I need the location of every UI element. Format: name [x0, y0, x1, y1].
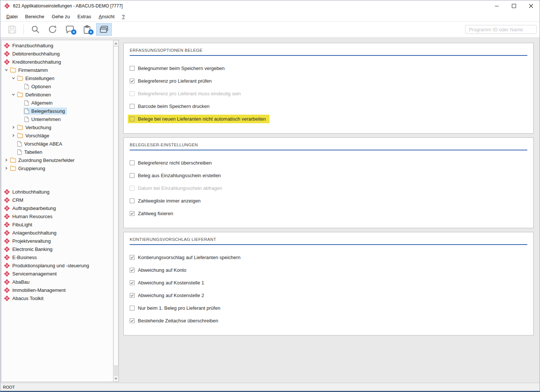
module-diamond-icon	[4, 271, 10, 277]
tree-item-belegerfassung[interactable]: Belegerfassung	[1, 107, 113, 115]
checkbox[interactable]	[130, 306, 135, 310]
add-clipboard-button[interactable]	[79, 23, 95, 36]
tree-item-optionen[interactable]: Optionen	[1, 82, 113, 90]
tree-item-auftragsbearbeitung[interactable]: Auftragsbearbeitung	[1, 204, 113, 212]
chevron-right-icon[interactable]	[10, 133, 16, 138]
module-diamond-icon	[4, 246, 10, 252]
checkbox[interactable]	[130, 211, 135, 216]
scrollbar-track[interactable]	[113, 46, 119, 376]
tree-item-definitionen[interactable]: Definitionen	[1, 90, 113, 99]
tree-item-produktionsplanung-und-steuerung[interactable]: Produktionsplanung und -steuerung	[1, 261, 113, 270]
save-button[interactable]	[4, 23, 20, 36]
chevron-right-icon[interactable]	[10, 124, 16, 130]
minimize-button[interactable]	[488, 0, 505, 12]
menu-item-extras[interactable]: Extras	[74, 12, 95, 21]
chevron-down-icon[interactable]	[10, 92, 16, 98]
tree-item-einstellungen[interactable]: Einstellungen	[1, 74, 113, 82]
checkbox[interactable]	[130, 91, 135, 96]
option-row-belegnummer-beim-speichern-vergeben[interactable]: Belegnummer beim Speichern vergeben	[128, 64, 228, 73]
checkbox[interactable]	[130, 280, 135, 285]
triangle-down-icon	[114, 378, 117, 380]
checkbox[interactable]	[130, 255, 135, 260]
navigation-tree-panel: FinanzbuchhaltungDebitorenbuchhaltungKre…	[1, 40, 119, 382]
search-button[interactable]	[28, 23, 43, 36]
tree-item-finanzbuchhaltung[interactable]: Finanzbuchhaltung	[1, 41, 113, 50]
close-button[interactable]	[522, 0, 540, 12]
menu-item-help[interactable]: ?	[118, 12, 128, 21]
checkbox[interactable]	[130, 318, 135, 323]
tree-item-anlagenbuchhaltung[interactable]: Anlagenbuchhaltung	[1, 229, 113, 237]
tree-scrollbar[interactable]	[113, 40, 119, 382]
tree-item-zuordnung-benutzerfelder[interactable]: Zuordnung Benutzerfelder	[1, 156, 113, 164]
tree-item-allgemein[interactable]: Allgemein	[1, 99, 113, 107]
checkbox[interactable]	[130, 173, 135, 178]
checkbox[interactable]	[130, 198, 135, 203]
scrollbar-thumb[interactable]	[113, 46, 119, 366]
tree-item-content: Tabellen	[16, 149, 44, 156]
option-row-beleg-aus-einzahlungsschein-erstellen[interactable]: Beleg aus Einzahlungsschein erstellen	[128, 171, 225, 180]
option-row-zahlweg-fixieren[interactable]: Zahlweg fixieren	[128, 209, 177, 218]
checkbox[interactable]	[130, 104, 135, 109]
menu-item-gehe-zu[interactable]: Gehe zu	[48, 12, 74, 21]
checkbox[interactable]	[130, 186, 135, 191]
option-row-belegreferenz-pro-lieferant-muss-eindeutig-sein[interactable]: Belegreferenz pro Lieferant muss eindeut…	[128, 89, 244, 98]
option-row-bestehende-zeitachse-berschreiben[interactable]: Bestehende Zeitachse überschreiben	[128, 316, 222, 325]
option-row-kontierungsvorschlag-auf-lieferanten-speichern[interactable]: Kontierungsvorschlag auf Lieferanten spe…	[128, 253, 244, 262]
checkbox[interactable]	[130, 79, 135, 83]
tree-item-gruppierung[interactable]: Gruppierung	[1, 164, 113, 172]
option-row-abweichung-auf-kostenstelle-1[interactable]: Abweichung auf Kostenstelle 1	[128, 278, 208, 287]
tree-item-fibulight[interactable]: FibuLight	[1, 220, 113, 229]
tree-item-content: Kreditorenbuchhaltung	[3, 58, 63, 66]
tree-item-firmenstamm[interactable]: Firmenstamm	[1, 66, 113, 74]
tree-item-e-business[interactable]: E-Business	[1, 253, 113, 261]
window-title: 621 Applikationseinstellungen - ABACUS-D…	[13, 3, 123, 9]
program-view-button[interactable]	[96, 23, 112, 36]
checkbox[interactable]	[130, 293, 135, 298]
menu-item-datei[interactable]: Datei	[3, 12, 21, 21]
option-row-barcode-beim-speichern-drucken[interactable]: Barcode beim Speichern drucken	[128, 102, 213, 111]
scroll-up-button[interactable]	[113, 40, 119, 46]
tree-item-crm[interactable]: CRM	[1, 196, 113, 204]
tree-item-projektverwaltung[interactable]: Projektverwaltung	[1, 237, 113, 245]
program-search-input[interactable]	[465, 25, 537, 34]
chevron-down-icon[interactable]	[10, 75, 16, 81]
scroll-down-button[interactable]	[113, 376, 119, 382]
checkbox[interactable]	[130, 66, 135, 71]
tree-item-human-resources[interactable]: Human Resources	[1, 212, 113, 220]
menu-item-bereiche[interactable]: Bereiche	[21, 12, 48, 21]
option-row-belegreferenz-nicht-berschreiben[interactable]: Belegreferenz nicht überschreiben	[128, 159, 215, 167]
tree-item-lohnbuchhaltung[interactable]: Lohnbuchhaltung	[1, 188, 113, 196]
tree-item-tabellen[interactable]: Tabellen	[1, 148, 113, 156]
tree-item-label: E-Business	[12, 255, 37, 260]
option-row-belegreferenz-pro-lieferant-pr-fen[interactable]: Belegreferenz pro Lieferant prüfen	[128, 77, 215, 85]
checkbox[interactable]	[130, 117, 135, 121]
chevron-down-icon[interactable]	[3, 67, 9, 73]
tree-item-kreditorenbuchhaltung[interactable]: Kreditorenbuchhaltung	[1, 58, 113, 66]
tree-item-abacus-toolkit[interactable]: Abacus Toolkit	[1, 294, 113, 302]
module-diamond-icon	[4, 279, 10, 285]
option-row-abweichung-auf-kostenstelle-2[interactable]: Abweichung auf Kostenstelle 2	[128, 291, 208, 300]
tree-item-verbuchung[interactable]: Verbuchung	[1, 123, 113, 131]
checkbox[interactable]	[130, 160, 135, 165]
tree-item-electronic-banking[interactable]: Electronic Banking	[1, 245, 113, 253]
tree-item-vorschl-ge-abea[interactable]: Vorschläge ABEA	[1, 140, 113, 148]
checkbox[interactable]	[130, 268, 135, 273]
module-diamond-icon	[4, 189, 10, 195]
tree-item-servicemanagement[interactable]: Servicemanagement	[1, 270, 113, 278]
tree-item-debitorenbuchhaltung[interactable]: Debitorenbuchhaltung	[1, 50, 113, 58]
tree-item-vorschl-ge[interactable]: Vorschläge	[1, 131, 113, 140]
menu-item-ansicht[interactable]: Ansicht	[95, 12, 119, 21]
refresh-button[interactable]	[45, 23, 60, 36]
chevron-right-icon[interactable]	[3, 157, 9, 163]
option-row-zahlwegliste-immer-anzeigen[interactable]: Zahlwegliste immer anzeigen	[128, 197, 204, 205]
tree-item-unternehmen[interactable]: Unternehmen	[1, 115, 113, 123]
option-row-abweichung-auf-konto[interactable]: Abweichung auf Konto	[128, 266, 190, 274]
tree-item-ababau[interactable]: AbaBau	[1, 278, 113, 286]
option-row-belege-bei-neuen-lieferanten-nicht-automatisch-verarbeiten[interactable]: Belege bei neuen Lieferanten nicht autom…	[128, 115, 269, 123]
tree-item-immobilien-management[interactable]: Immobilien-Management	[1, 286, 113, 294]
option-row-datum-bei-einzahlungsschein-abfragen[interactable]: Datum bei Einzahlungsschein abfragen	[128, 184, 226, 192]
add-comment-button[interactable]	[62, 23, 78, 36]
maximize-button[interactable]	[505, 0, 522, 12]
option-row-nur-beim-1-beleg-pro-lieferant-pr-fen[interactable]: Nur beim 1. Beleg pro Lieferant prüfen	[128, 304, 224, 312]
chevron-right-icon[interactable]	[3, 165, 9, 171]
